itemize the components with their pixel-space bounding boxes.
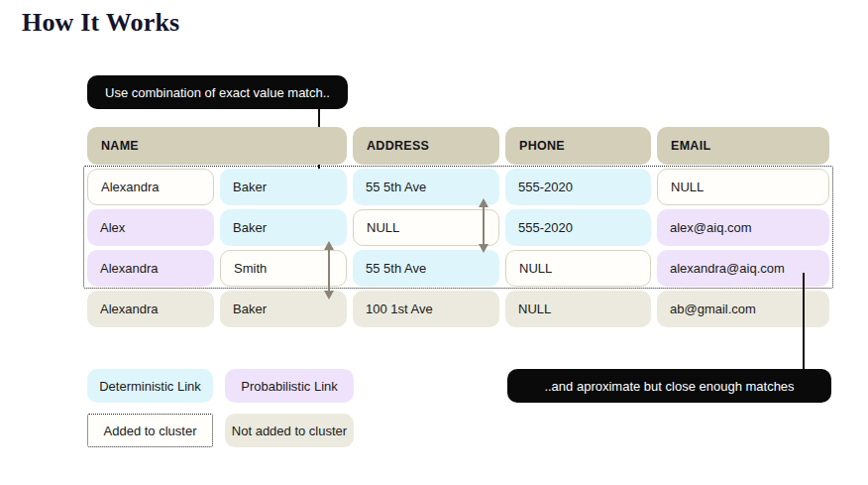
callout-approx-connector-line — [803, 273, 805, 369]
cell-r4-phone: NULL — [505, 291, 651, 327]
cell-r1-address: 55 5th Ave — [353, 169, 499, 205]
page-title: How It Works — [22, 8, 179, 38]
cell-r1-first-name: Alexandra — [87, 169, 214, 205]
cell-r4-last-name: Baker — [220, 291, 347, 327]
cell-r3-phone: NULL — [505, 250, 651, 287]
column-header-phone: PHONE — [505, 127, 651, 165]
cell-r4-first-name: Alexandra — [87, 291, 214, 327]
legend-probabilistic-link: Probabilistic Link — [225, 369, 354, 403]
cell-r2-address: NULL — [353, 209, 499, 246]
cell-r2-last-name: Baker — [220, 209, 347, 246]
cell-r2-first-name: Alex — [87, 209, 214, 246]
cell-r2-email: alex@aiq.com — [657, 209, 829, 246]
column-header-name: NAME — [87, 127, 347, 165]
how-it-works-diagram: How It Works Use combination of exact va… — [0, 0, 868, 485]
legend-added-to-cluster: Added to cluster — [87, 414, 213, 447]
callout-exact-match: Use combination of exact value match.. — [87, 75, 348, 109]
cell-r1-phone: 555-2020 — [505, 169, 651, 205]
cell-r2-phone: 555-2020 — [505, 209, 651, 246]
cell-r1-last-name: Baker — [220, 169, 347, 205]
column-header-address: ADDRESS — [353, 127, 499, 165]
cell-r1-email: NULL — [657, 169, 829, 205]
cell-r4-address: 100 1st Ave — [353, 291, 499, 327]
legend-deterministic-link: Deterministic Link — [87, 369, 213, 403]
cell-r3-first-name: Alexandra — [87, 250, 214, 287]
record-table: NAME ADDRESS PHONE EMAIL Alexandra Baker… — [87, 127, 829, 327]
cell-r3-address: 55 5th Ave — [353, 250, 499, 287]
legend-not-added-to-cluster: Not added to cluster — [225, 414, 354, 447]
cell-r3-last-name: Smith — [220, 250, 347, 287]
callout-approx-match: ..and aproximate but close enough matche… — [507, 369, 831, 403]
column-header-email: EMAIL — [657, 127, 829, 165]
